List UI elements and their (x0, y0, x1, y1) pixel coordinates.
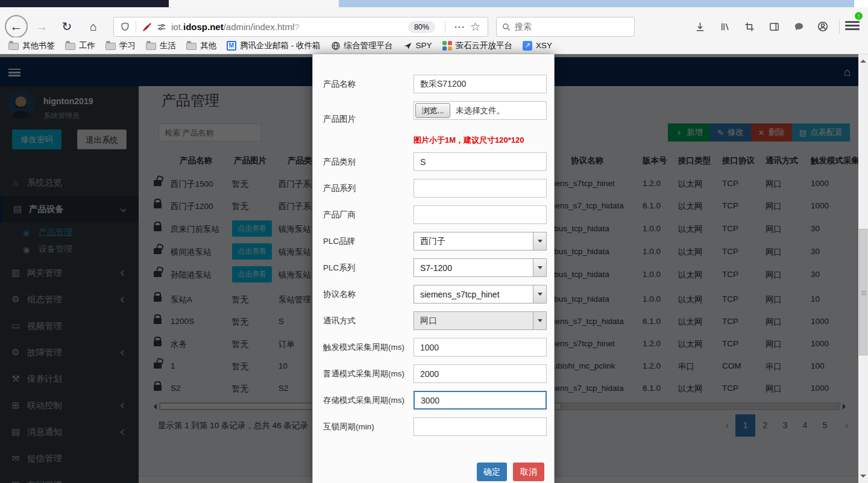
bookmark-item[interactable]: 萤石云开放平台 (442, 40, 513, 51)
search-icon (502, 22, 511, 32)
field-input[interactable] (414, 205, 547, 224)
edit-product-modal: 产品名称产品图片浏览...未选择文件。图片小于1M，建议尺寸120*120产品类… (312, 54, 555, 483)
bookmark-label: XSY (536, 41, 552, 50)
field-input[interactable] (414, 364, 547, 383)
bookmark-label: 萤石云开放平台 (456, 40, 513, 51)
search-bar[interactable]: 搜索 (496, 17, 635, 37)
dropdown-arrow-icon[interactable] (533, 232, 546, 250)
field-label: PLC品牌 (323, 236, 355, 247)
field-label: 协议名称 (323, 289, 356, 300)
shield-icon[interactable] (118, 20, 132, 34)
select-value: 网口 (414, 316, 533, 326)
image-size-hint: 图片小于1M，建议尺寸120*120 (414, 135, 524, 146)
field-input[interactable] (414, 391, 547, 410)
vscroll-up-arrow[interactable] (860, 57, 866, 63)
browse-button[interactable]: 浏览... (415, 103, 450, 118)
bookmark-item[interactable]: 学习 (105, 40, 136, 51)
account-icon[interactable] (814, 17, 832, 36)
field-label: 产品系列 (323, 183, 356, 194)
field-select[interactable]: 西门子 (414, 232, 547, 251)
titlebar-blue-segment (339, 0, 854, 7)
field-label: 普通模式采集周期(ms) (323, 369, 404, 379)
titlebar-end-segment (854, 0, 868, 7)
browser-toolbar: ← → ↻ ⌂ iot.idosp.net/admin/index.html? … (0, 7, 868, 37)
field-label: 产品厂商 (323, 210, 356, 220)
bookmark-item[interactable]: 其他 (186, 40, 216, 51)
chat-icon[interactable] (790, 17, 808, 36)
bookmark-label: 生活 (160, 40, 176, 51)
field-select[interactable]: S7-1200 (414, 258, 547, 277)
field-label: 触发模式采集周期(ms) (323, 342, 404, 353)
forward-button[interactable]: → (31, 16, 52, 37)
titlebar-light-segment (169, 0, 339, 7)
permissions-icon[interactable] (154, 20, 169, 34)
bookmark-item[interactable]: 工作 (65, 40, 95, 51)
page-viewport: ⌂ hignton2019 系统管理员 修改密码 退出系统 ⌂系统总览▤产品设备… (0, 54, 868, 483)
globe-icon (331, 41, 341, 51)
field-select[interactable]: siemens_s7tcp_hinet (414, 285, 547, 304)
field-label: PLC系列 (323, 263, 355, 273)
bookmark-item[interactable]: 生活 (146, 40, 176, 51)
vscroll-thumb[interactable] (859, 229, 867, 355)
titlebar-dark-segment (0, 0, 169, 7)
bookmark-item[interactable]: 其他书签 (8, 40, 55, 51)
bookmark-item[interactable]: SPY (403, 41, 432, 50)
field-input[interactable] (414, 417, 547, 436)
dropdown-arrow-icon[interactable] (533, 312, 546, 329)
bookmark-item[interactable]: M腾讯企业邮箱 - 收件箱 (227, 40, 321, 51)
product-image-file-input[interactable]: 浏览...未选择文件。 (414, 101, 547, 120)
field-label: 互锁周期(min) (323, 422, 374, 432)
folder-icon (146, 42, 156, 50)
reload-button[interactable]: ↻ (57, 16, 77, 37)
home-button[interactable]: ⌂ (83, 16, 104, 37)
dropdown-arrow-icon[interactable] (533, 285, 546, 303)
mail-icon: M (227, 41, 236, 51)
url-bar[interactable]: iot.idosp.net/admin/index.html? 80% ⋯ ☆ (113, 17, 488, 37)
search-placeholder: 搜索 (515, 22, 532, 33)
url-text[interactable]: iot.idosp.net/admin/index.html? (171, 22, 300, 32)
bookmark-label: 其他书签 (22, 40, 55, 51)
urlbar-divider2 (445, 21, 445, 33)
page-vertical-scrollbar[interactable] (858, 54, 868, 483)
folder-icon (65, 42, 75, 50)
select-value: 西门子 (414, 236, 533, 247)
bookmark-label: 学习 (119, 40, 136, 51)
dots-icon (442, 41, 452, 51)
bookmark-label: 综合管理平台 (344, 40, 393, 51)
sidebar-toggle-icon[interactable] (765, 17, 783, 36)
vscroll-down-arrow[interactable] (860, 475, 866, 481)
field-input[interactable] (414, 179, 547, 198)
dropdown-arrow-icon[interactable] (533, 259, 546, 276)
plane-icon (403, 41, 412, 50)
insecure-lock-icon[interactable] (140, 20, 154, 34)
bookmarks-bar: 其他书签工作学习生活其他M腾讯企业邮箱 - 收件箱综合管理平台SPY萤石云开放平… (0, 37, 868, 54)
library-icon[interactable] (715, 17, 734, 36)
select-value: siemens_s7tcp_hinet (414, 290, 533, 299)
bookmark-label: 其他 (200, 40, 216, 51)
bookmark-item[interactable]: 综合管理平台 (331, 40, 393, 51)
select-value: S7-1200 (414, 263, 533, 273)
folder-icon (186, 42, 197, 50)
field-input[interactable] (414, 75, 547, 93)
bookmark-label: SPY (416, 41, 432, 50)
confirm-button[interactable]: 确定 (477, 463, 507, 481)
field-label: 存储模式采集周期(ms) (323, 395, 404, 406)
download-icon[interactable] (691, 17, 709, 36)
bookmark-star-icon[interactable]: ☆ (470, 20, 485, 34)
field-input[interactable] (414, 338, 547, 357)
field-label: 产品类别 (323, 157, 356, 167)
window-titlebar (0, 0, 868, 7)
update-badge-icon: ↑ (855, 12, 863, 20)
bookmark-item[interactable]: ↗XSY (523, 41, 552, 51)
screenshot-icon[interactable] (740, 17, 758, 36)
toolbar-divider (839, 19, 840, 34)
cancel-button[interactable]: 取消 (513, 463, 544, 481)
zoom-level-badge[interactable]: 80% (408, 21, 435, 33)
menu-hamburger-icon[interactable] (845, 19, 860, 31)
field-input[interactable] (414, 152, 547, 171)
no-file-text: 未选择文件。 (456, 105, 505, 116)
bookmark-label: 工作 (79, 40, 95, 51)
urlbar-divider (136, 21, 136, 33)
page-actions-icon[interactable]: ⋯ (449, 20, 470, 34)
back-button[interactable]: ← (5, 15, 28, 38)
